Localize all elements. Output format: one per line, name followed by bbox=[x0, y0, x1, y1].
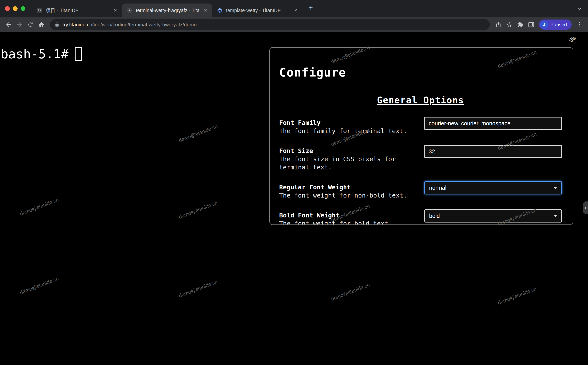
extensions-puzzle-button[interactable] bbox=[515, 19, 526, 30]
field-description: The font weight for bold text. bbox=[279, 219, 412, 225]
field-description: The font weight for non-bold text. bbox=[279, 191, 412, 199]
template-icon bbox=[217, 7, 223, 14]
tabs: 项目 - TitanIDE × terminal-wetty-bwqryafz … bbox=[32, 0, 316, 17]
watermark: demo@titanide.cn bbox=[178, 123, 218, 143]
watermark: demo@titanide.cn bbox=[330, 282, 371, 302]
close-window-button[interactable] bbox=[5, 6, 10, 11]
watermark: demo@titanide.cn bbox=[178, 279, 218, 299]
reload-button[interactable] bbox=[25, 19, 36, 30]
field-description: The font size in CSS pixels for terminal… bbox=[279, 155, 412, 171]
font-family-input[interactable] bbox=[424, 117, 562, 130]
url-host: try.titanide.cn bbox=[63, 22, 92, 28]
close-icon[interactable]: × bbox=[202, 7, 209, 14]
back-button[interactable] bbox=[3, 19, 14, 30]
chevron-left-icon: ‹ bbox=[585, 205, 586, 211]
zoom-window-button[interactable] bbox=[21, 6, 25, 11]
tab-title: terminal-wetty-bwqryafz - Tita bbox=[136, 8, 199, 13]
watermark: demo@titanide.cn bbox=[19, 197, 59, 217]
field-row-bold-font-weight: Bold Font Weight The font weight for bol… bbox=[279, 211, 562, 225]
chevron-down-icon bbox=[554, 187, 557, 189]
menu-dots-icon[interactable]: ⋮ bbox=[574, 19, 585, 30]
terminal-prompt: bash-5.1# bbox=[1, 47, 69, 61]
terminal-icon bbox=[126, 7, 133, 14]
url-path: /ide/web/coding/terminal-wetty-bwqryafz/… bbox=[92, 22, 197, 28]
close-icon[interactable]: × bbox=[293, 7, 299, 14]
code-icon bbox=[36, 7, 42, 14]
field-label: Regular Font Weight bbox=[279, 183, 412, 191]
bold-font-weight-select[interactable]: bold bbox=[424, 209, 562, 223]
chevron-down-icon bbox=[554, 215, 557, 217]
field-description: The font family for terminal text. bbox=[279, 127, 412, 135]
tab-project[interactable]: 项目 - TitanIDE × bbox=[32, 4, 122, 17]
gear-icon: ⚙ bbox=[572, 36, 576, 41]
settings-gear-button[interactable]: ⚙⚙ bbox=[569, 36, 576, 43]
minimize-window-button[interactable] bbox=[13, 6, 18, 11]
field-label: Font Size bbox=[279, 147, 412, 155]
terminal-prompt-line: bash-5.1# bbox=[1, 47, 82, 61]
select-value: bold bbox=[429, 213, 440, 219]
browser-window: 项目 - TitanIDE × terminal-wetty-bwqryafz … bbox=[0, 0, 588, 365]
lock-icon[interactable] bbox=[55, 22, 59, 27]
home-button[interactable] bbox=[36, 19, 47, 30]
tab-template-wetty[interactable]: template-wetty - TitanIDE × bbox=[212, 4, 302, 17]
tab-terminal-wetty[interactable]: terminal-wetty-bwqryafz - Tita × bbox=[122, 4, 212, 17]
new-tab-button[interactable]: + bbox=[305, 2, 316, 13]
watermark: demo@titanide.cn bbox=[178, 200, 218, 220]
regular-font-weight-select[interactable]: normal bbox=[424, 181, 562, 194]
terminal-screen[interactable]: bash-5.1# ⚙⚙ demo@titanide.cn demo@titan… bbox=[0, 32, 588, 365]
browser-toolbar: try.titanide.cn/ide/web/coding/terminal-… bbox=[0, 17, 588, 32]
section-heading: General Options bbox=[279, 95, 562, 105]
field-row-regular-font-weight: Regular Font Weight The font weight for … bbox=[279, 183, 562, 199]
profile-button[interactable]: J Paused bbox=[539, 20, 572, 30]
watermark: demo@titanide.cn bbox=[19, 275, 59, 296]
font-size-input[interactable] bbox=[424, 145, 562, 158]
side-panel-button[interactable] bbox=[526, 19, 537, 30]
window-controls bbox=[0, 0, 32, 17]
tab-title: template-wetty - TitanIDE bbox=[226, 8, 289, 13]
select-value: normal bbox=[429, 185, 447, 191]
terminal-cursor bbox=[75, 47, 82, 61]
watermark: demo@titanide.cn bbox=[497, 286, 537, 306]
forward-button[interactable] bbox=[14, 19, 25, 30]
field-label: Font Family bbox=[279, 119, 412, 127]
url-text: try.titanide.cn/ide/web/coding/terminal-… bbox=[63, 22, 196, 28]
share-button[interactable] bbox=[493, 19, 504, 30]
settings-form: Font Family The font family for terminal… bbox=[279, 119, 562, 225]
field-row-font-size: Font Size The font size in CSS pixels fo… bbox=[279, 147, 562, 171]
configure-panel: Configure General Options Font Family Th… bbox=[269, 47, 573, 225]
field-row-font-family: Font Family The font family for terminal… bbox=[279, 119, 562, 135]
panel-title: Configure bbox=[279, 66, 562, 79]
chevron-down-icon[interactable] bbox=[576, 5, 583, 12]
sidebar-collapse-handle[interactable]: ‹ bbox=[583, 201, 588, 214]
tab-strip: 项目 - TitanIDE × terminal-wetty-bwqryafz … bbox=[0, 0, 588, 17]
field-label: Bold Font Weight bbox=[279, 211, 412, 219]
bookmark-star-button[interactable] bbox=[504, 19, 515, 30]
avatar: J bbox=[540, 21, 548, 28]
tab-title: 项目 - TitanIDE bbox=[46, 7, 109, 14]
close-icon[interactable]: × bbox=[112, 7, 119, 14]
address-bar[interactable]: try.titanide.cn/ide/web/coding/terminal-… bbox=[50, 19, 490, 30]
profile-status-badge: Paused bbox=[550, 22, 567, 28]
